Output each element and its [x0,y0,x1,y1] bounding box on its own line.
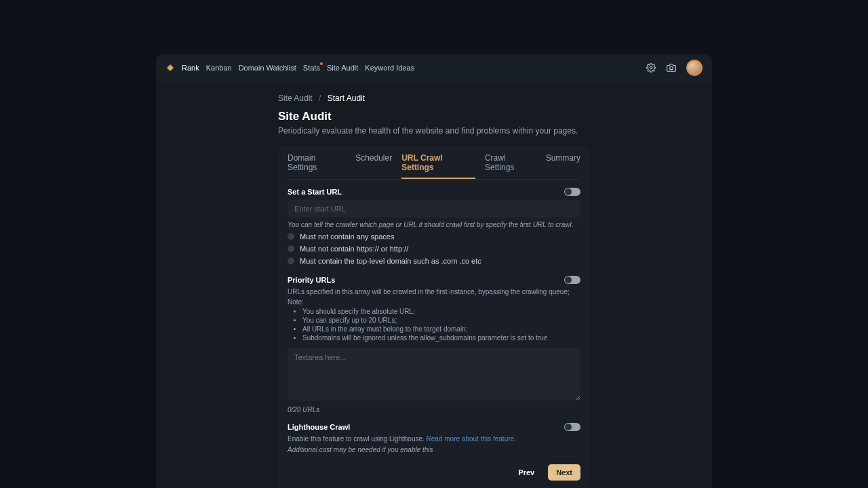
nav-domain-watchlist[interactable]: Domain Watchlist [239,64,296,72]
section-priority-urls: Priority URLs URLs specified in this arr… [288,265,580,413]
lighthouse-label: Lighthouse Crawl [288,423,350,431]
note-item: All URLs in the array must belong to the… [302,325,580,333]
page-title: Site Audit [278,110,590,123]
breadcrumb-sep: / [319,94,321,103]
check-icon [288,245,294,252]
tab-domain-settings[interactable]: Domain Settings [288,146,346,179]
note-item: You should specify the absolute URL; [302,307,580,316]
note-item: Subdomains will be ignored unless the al… [302,333,580,342]
app-shell: Rank Kanban Domain Watchlist Stats Site … [156,54,712,488]
start-url-input[interactable] [288,200,580,218]
topbar-right [646,60,703,76]
nav-stats[interactable]: Stats [303,64,320,72]
footer-buttons: Prev Next [288,464,580,481]
priority-textarea[interactable] [288,348,580,401]
svg-point-0 [650,66,652,69]
section-lighthouse: Lighthouse Crawl Enable this feature to … [288,413,580,453]
priority-desc: URLs specified in this array will be cra… [288,288,580,296]
lighthouse-link[interactable]: Read more about this feature. [427,435,516,443]
tab-summary[interactable]: Summary [546,146,580,179]
svg-point-1 [670,66,673,70]
rule-text: Must not contain https:// or http:// [300,245,408,253]
topbar-left: Rank Kanban Domain Watchlist Stats Site … [165,63,414,73]
rule-text: Must not contain any spaces [300,232,394,241]
logo-icon [165,63,175,73]
breadcrumb-current: Start Audit [328,94,365,103]
priority-notes: You should specify the absolute URL; You… [288,307,580,342]
avatar[interactable] [686,60,703,76]
rule-text: Must contain the top-level domain such a… [300,257,481,265]
breadcrumb: Site Audit / Start Audit [278,94,590,103]
lighthouse-desc: Enable this feature to crawl using Light… [288,435,580,443]
nav-kanban[interactable]: Kanban [206,64,232,72]
prev-button[interactable]: Prev [511,464,541,481]
gear-icon[interactable] [646,62,656,73]
tab-url-crawl-settings[interactable]: URL Crawl Settings [401,146,475,179]
priority-note-label: Note: [288,298,580,306]
tabs: Domain Settings Scheduler URL Crawl Sett… [288,146,580,180]
start-url-label: Set a Start URL [288,188,342,196]
tab-scheduler[interactable]: Scheduler [355,146,392,179]
settings-card: Domain Settings Scheduler URL Crawl Sett… [278,146,590,488]
check-icon [288,233,294,240]
content: Site Audit / Start Audit Site Audit Peri… [156,81,712,488]
rule-row-0: Must not contain any spaces [288,232,580,241]
topbar: Rank Kanban Domain Watchlist Stats Site … [156,54,712,81]
start-url-hint: You can tell the crawler which page or U… [288,221,580,228]
lighthouse-toggle[interactable] [564,423,580,431]
note-item: You can specify up to 20 URLs; [302,316,580,325]
next-button[interactable]: Next [548,464,580,481]
nav-keyword-ideas[interactable]: Keyword Ideas [365,64,414,72]
page-subtitle: Periodically evaluate the health of the … [278,126,590,136]
camera-icon[interactable] [666,62,677,73]
rule-row-1: Must not contain https:// or http:// [288,245,580,253]
stats-badge-dot [320,62,323,65]
nav-site-audit[interactable]: Site Audit [327,64,358,72]
check-icon [288,258,294,264]
tab-crawl-settings[interactable]: Crawl Settings [485,146,536,179]
start-url-toggle[interactable] [564,188,580,196]
nav-rank[interactable]: Rank [182,64,199,72]
priority-counter: 0/20 URLs [288,406,580,413]
lighthouse-hint: Additional cost may be needed if you ena… [288,446,580,453]
priority-label: Priority URLs [288,276,335,284]
priority-toggle[interactable] [564,276,580,284]
breadcrumb-parent[interactable]: Site Audit [278,94,313,103]
rule-row-2: Must contain the top-level domain such a… [288,257,580,265]
section-start-url: Set a Start URL You can tell the crawler… [288,180,580,265]
